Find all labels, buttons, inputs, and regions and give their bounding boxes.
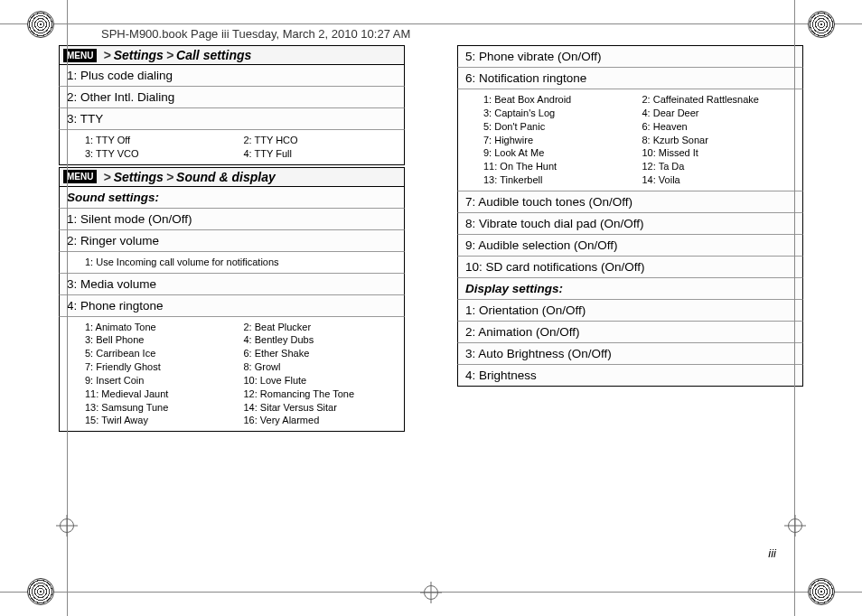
sublist-tty: 1: TTY Off 2: TTY HCO 3: TTY VCO 4: TTY … [59, 130, 405, 165]
content-columns: MENU > Settings > Call settings 1: Plus … [0, 0, 862, 432]
corner-ornament-bl [27, 578, 54, 605]
sublist-item: 3: TTY VCO [85, 147, 239, 161]
crop-line-top [0, 23, 862, 24]
breadcrumb-sound-display: MENU > Settings > Sound & display [59, 167, 405, 187]
sublist-item: 16: Very Alarmed [244, 414, 398, 427]
breadcrumb-item: Sound & display [176, 170, 276, 184]
list-item: 8: Vibrate touch dial pad (On/Off) [457, 213, 803, 235]
list-item: 2: Other Intl. Dialing [59, 87, 405, 108]
sublist-item: 4: Dear Deer [642, 107, 796, 120]
crop-target-right [784, 515, 806, 537]
sublist-item: 13: Tinkerbell [483, 173, 637, 187]
left-column: MENU > Settings > Call settings 1: Plus … [59, 45, 405, 432]
breadcrumb-item: Settings [114, 170, 164, 184]
sublist-item: 10: Love Flute [244, 374, 398, 387]
sublist-item: 1: Use Incoming call volume for notifica… [85, 256, 397, 269]
breadcrumb-sep: > [103, 170, 110, 184]
sublist-item: 8: Growl [244, 360, 398, 374]
sublist-ringer: 1: Use Incoming call volume for notifica… [59, 252, 405, 274]
sublist-item: 15: Twirl Away [85, 414, 239, 427]
crop-target-left [56, 515, 78, 537]
sublist-item: 4: Bentley Dubs [244, 333, 398, 347]
list-item: 1: Silent mode (On/Off) [59, 209, 405, 230]
list-item: 9: Audible selection (On/Off) [457, 235, 803, 257]
list-item: 6: Notification ringtone [457, 68, 803, 89]
page-number: iii [768, 546, 776, 560]
sublist-item: 13: Samsung Tune [85, 401, 239, 415]
list-item: 3: Media volume [59, 274, 405, 295]
sublist-item: 4: TTY Full [244, 147, 398, 161]
sublist-item: 5: Don't Panic [483, 120, 637, 134]
list-item: 7: Audible touch tones (On/Off) [457, 191, 803, 213]
subheader-display-settings: Display settings: [457, 278, 803, 300]
sublist-item: 9: Look At Me [483, 146, 637, 160]
sublist-item: 8: Kzurb Sonar [642, 134, 796, 147]
sublist-item: 6: Heaven [642, 120, 796, 134]
list-item: 4: Phone ringtone [59, 295, 405, 317]
sublist-item: 11: On The Hunt [483, 160, 637, 173]
breadcrumb-call-settings: MENU > Settings > Call settings [59, 45, 405, 65]
menu-badge: MENU [63, 49, 97, 62]
list-item: 5: Phone vibrate (On/Off) [457, 45, 803, 68]
right-column: 5: Phone vibrate (On/Off) 6: Notificatio… [457, 45, 803, 432]
breadcrumb-sep: > [166, 170, 173, 184]
sublist-notification: 1: Beat Box Android 2: Caffeinated Rattl… [457, 89, 803, 191]
breadcrumb-sep: > [103, 48, 110, 62]
sublist-item: 2: Beat Plucker [244, 321, 398, 334]
sublist-item: 5: Carribean Ice [85, 347, 239, 360]
breadcrumb-sep: > [166, 48, 173, 62]
corner-ornament-br [808, 578, 835, 605]
sublist-item: 2: TTY HCO [244, 134, 398, 147]
sublist-item: 10: Missed It [642, 146, 796, 160]
sublist-item: 3: Captain's Log [483, 107, 637, 120]
list-item: 3: Auto Brightness (On/Off) [457, 343, 803, 365]
sublist-item: 7: Friendly Ghost [85, 360, 239, 374]
sublist-item: 2: Caffeinated Rattlesnake [642, 93, 796, 107]
sublist-item: 1: Beat Box Android [483, 93, 637, 107]
breadcrumb-item: Settings [114, 48, 164, 62]
sublist-item: 12: Romancing The Tone [244, 387, 398, 401]
list-item: 2: Animation (On/Off) [457, 322, 803, 343]
sublist-item: 6: Ether Shake [244, 347, 398, 360]
list-item: 1: Orientation (On/Off) [457, 300, 803, 322]
sublist-item: 7: Highwire [483, 134, 637, 147]
sublist-ringtone: 1: Animato Tone 2: Beat Plucker 3: Bell … [59, 317, 405, 433]
sublist-item: 11: Medieval Jaunt [85, 387, 239, 401]
sublist-item: 14: Voila [642, 173, 796, 187]
breadcrumb-item: Call settings [176, 48, 251, 62]
list-item: 2: Ringer volume [59, 230, 405, 252]
menu-badge: MENU [63, 170, 97, 183]
sublist-item: 1: TTY Off [85, 134, 239, 147]
list-item: 1: Plus code dialing [59, 65, 405, 87]
crop-target-bottom [420, 582, 442, 603]
list-item: 4: Brightness [457, 365, 803, 387]
sublist-item: 9: Insert Coin [85, 374, 239, 387]
corner-ornament-tl [27, 11, 54, 38]
subheader-sound-settings: Sound settings: [59, 187, 405, 209]
list-item: 3: TTY [59, 108, 405, 130]
pdf-header: SPH-M900.book Page iii Tuesday, March 2,… [101, 27, 410, 41]
list-item: 10: SD card notifications (On/Off) [457, 257, 803, 278]
sublist-item: 1: Animato Tone [85, 321, 239, 334]
corner-ornament-tr [808, 11, 835, 38]
sublist-item: 12: Ta Da [642, 160, 796, 173]
sublist-item: 3: Bell Phone [85, 333, 239, 347]
sublist-item: 14: Sitar Versus Sitar [244, 401, 398, 415]
